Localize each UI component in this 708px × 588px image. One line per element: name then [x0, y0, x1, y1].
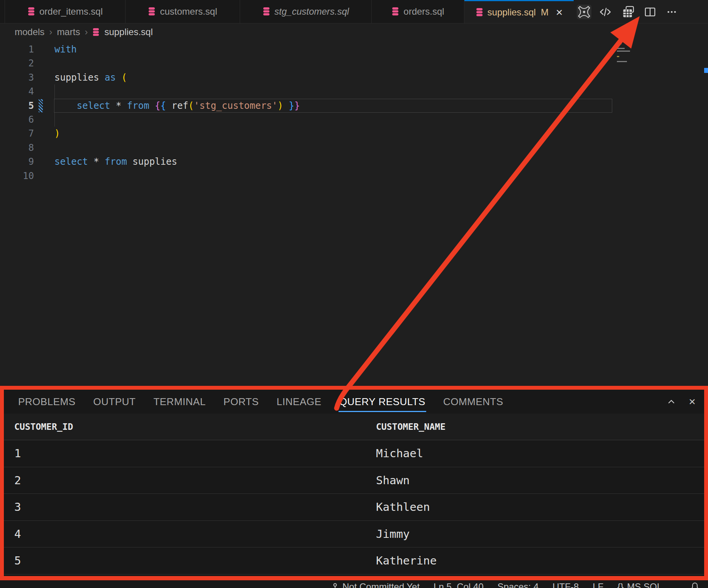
status-indentation[interactable]: Spaces: 4	[498, 581, 539, 588]
cell-customer-id: 3	[4, 500, 366, 514]
notifications-bell-icon[interactable]	[690, 582, 700, 588]
code-text	[34, 141, 54, 155]
code-line-2[interactable]: 2	[0, 56, 708, 70]
column-header-customer-id[interactable]: CUSTOMER_ID	[4, 422, 366, 432]
current-line-highlight	[54, 99, 612, 113]
panel-tab-terminal[interactable]: TERMINAL	[153, 396, 205, 408]
database-icon	[391, 7, 399, 16]
cell-customer-name: Katherine	[366, 554, 437, 567]
bottom-panel: PROBLEMSOUTPUTTERMINALPORTSLINEAGEQUERY …	[4, 390, 704, 576]
status-label: Not Committed Yet	[342, 581, 420, 588]
breadcrumb-item-models[interactable]: models	[15, 27, 44, 37]
status-encoding[interactable]: UTF-8	[552, 581, 579, 588]
editor-tab-order_items-sql[interactable]: order_items.sql	[5, 0, 125, 23]
minimap[interactable]	[615, 42, 636, 80]
close-tab-icon[interactable]: ×	[556, 7, 563, 18]
breadcrumb: models › marts › supplies.sql	[0, 24, 153, 41]
tab-label: customers.sql	[160, 6, 217, 17]
git-ref-icon	[331, 582, 339, 588]
code-line-9[interactable]: 9select * from supplies	[0, 155, 708, 169]
table-row[interactable]: 1Michael	[4, 440, 704, 467]
cell-customer-id: 5	[4, 554, 366, 567]
column-header-customer-name[interactable]: CUSTOMER_NAME	[366, 422, 445, 432]
code-line-8[interactable]: 8	[0, 141, 708, 155]
editor-tab-orders-sql[interactable]: orders.sql	[372, 0, 464, 23]
status-bar: Not Committed YetLn 5, Col 40Spaces: 4UT…	[0, 580, 708, 588]
dbt-icon[interactable]	[577, 5, 591, 19]
collapse-panel-chevron-up-icon[interactable]	[665, 395, 678, 408]
status-label: UTF-8	[552, 581, 579, 588]
status-eol[interactable]: LF	[593, 581, 603, 588]
code-text	[34, 84, 54, 98]
editor-tab-stg_customers-sql[interactable]: stg_customers.sql	[240, 0, 372, 23]
breadcrumb-item-file[interactable]: supplies.sql	[104, 27, 152, 37]
code-line-1[interactable]: 1with	[0, 42, 708, 56]
table-row[interactable]: 2Shawn	[4, 467, 704, 494]
code-line-3[interactable]: 3supplies as (	[0, 71, 708, 84]
database-icon	[92, 28, 100, 36]
minimap-modified-marker	[611, 49, 613, 54]
tab-label: stg_customers.sql	[274, 6, 349, 17]
cell-customer-id: 2	[4, 474, 366, 487]
breadcrumb-item-marts[interactable]: marts	[57, 27, 80, 37]
database-icon	[476, 8, 483, 17]
code-text	[34, 169, 54, 183]
panel-tab-problems[interactable]: PROBLEMS	[18, 396, 76, 408]
line-number: 3	[0, 71, 34, 84]
code-line-4[interactable]: 4	[0, 84, 708, 98]
line-number: 2	[0, 56, 34, 70]
database-icon	[263, 7, 270, 16]
editor-tab-customers-sql[interactable]: customers.sql	[125, 0, 240, 23]
code-text: supplies as (	[34, 71, 127, 84]
code-text: select * from supplies	[34, 155, 177, 169]
tab-label: orders.sql	[403, 6, 444, 17]
cell-customer-id: 4	[4, 527, 366, 541]
compile-code-icon[interactable]	[598, 5, 613, 19]
status-cursor-position[interactable]: Ln 5, Col 40	[434, 581, 483, 588]
code-line-7[interactable]: 7)	[0, 127, 708, 140]
panel-tab-ports[interactable]: PORTS	[224, 396, 259, 408]
line-number: 9	[0, 155, 34, 169]
line-number: 7	[0, 127, 34, 140]
status-label: Ln 5, Col 40	[434, 581, 483, 588]
panel-tab-output[interactable]: OUTPUT	[93, 396, 136, 408]
braces-icon: {}	[617, 581, 623, 588]
editor-tab-supplies-sql[interactable]: supplies.sqlM×	[464, 0, 574, 23]
code-text: )	[34, 127, 60, 140]
more-actions-icon[interactable]	[664, 5, 679, 19]
table-row[interactable]: 5Katherine	[4, 547, 704, 574]
split-editor-icon[interactable]	[643, 5, 657, 19]
editor-actions	[574, 0, 708, 23]
results-table-rows: 1Michael2Shawn3Kathleen4Jimmy5Katherine	[4, 440, 704, 574]
status-language-mode[interactable]: {}MS SQL	[617, 581, 662, 588]
code-line-10[interactable]: 10	[0, 169, 708, 183]
code-text: with	[34, 42, 77, 56]
code-line-6[interactable]: 6	[0, 113, 708, 127]
status-git[interactable]: Not Committed Yet	[331, 581, 420, 588]
tab-label: order_items.sql	[39, 6, 103, 17]
table-row[interactable]: 3Kathleen	[4, 494, 704, 521]
panel-tab-lineage[interactable]: LINEAGE	[276, 396, 321, 408]
database-icon	[148, 7, 156, 16]
line-number: 6	[0, 113, 34, 127]
table-row[interactable]: 4Jimmy	[4, 521, 704, 548]
status-label: MS SQL	[627, 581, 662, 588]
line-number: 10	[0, 169, 34, 183]
modified-line-gutter-marker	[39, 99, 43, 112]
preview-query-results-icon[interactable]	[621, 5, 636, 19]
close-panel-icon[interactable]: ×	[686, 395, 699, 408]
panel-tab-comments[interactable]: COMMENTS	[443, 396, 503, 408]
cell-customer-name: Michael	[366, 447, 423, 460]
chevron-right-icon: ›	[49, 27, 52, 37]
panel-tabs: PROBLEMSOUTPUTTERMINALPORTSLINEAGEQUERY …	[4, 390, 704, 414]
panel-tab-query-results[interactable]: QUERY RESULTS	[339, 396, 425, 408]
tab-label: supplies.sql	[488, 7, 536, 18]
results-table-header: CUSTOMER_ID CUSTOMER_NAME	[4, 414, 704, 440]
editor-tab-bar: order_items.sqlcustomers.sqlstg_customer…	[0, 0, 708, 24]
code-editor[interactable]: 1with23supplies as (45 select * from {{ …	[0, 42, 708, 183]
cell-customer-name: Jimmy	[366, 527, 410, 541]
line-number: 1	[0, 42, 34, 56]
status-label: Spaces: 4	[498, 581, 539, 588]
status-label: LF	[593, 581, 603, 588]
code-line-5[interactable]: 5 select * from {{ ref('stg_customers') …	[0, 99, 708, 113]
